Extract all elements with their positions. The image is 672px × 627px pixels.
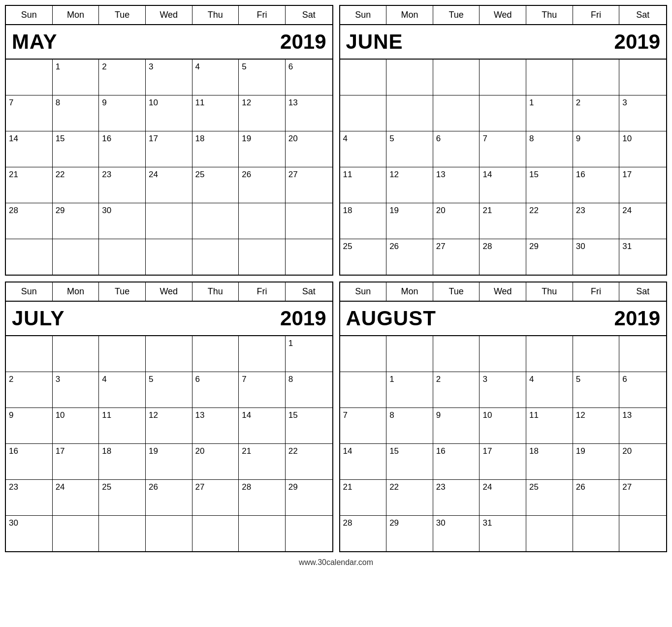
week-row-5 <box>6 239 332 275</box>
day-header-mon: Mon <box>386 282 433 301</box>
week-row-1: 2345678 <box>6 372 332 408</box>
day-29: 29 <box>386 516 433 551</box>
day-5: 5 <box>573 372 620 408</box>
calendar-body: 1234567891011121314151617181920212223242… <box>340 336 667 551</box>
day-16: 16 <box>573 167 620 203</box>
empty-day <box>53 239 99 275</box>
day-30: 30 <box>6 516 53 551</box>
day-17: 17 <box>619 167 666 203</box>
day-1: 1 <box>53 60 99 95</box>
day-23: 23 <box>433 480 480 515</box>
day-11: 11 <box>340 167 387 203</box>
empty-day <box>192 239 239 275</box>
day-header-mon: Mon <box>53 282 99 301</box>
day-19: 19 <box>146 444 192 479</box>
calendar-june-2019: SunMonTueWedThuFriSatJUNE201912345678910… <box>339 5 668 276</box>
day-24: 24 <box>619 203 666 239</box>
empty-day <box>526 516 573 551</box>
calendar-body: 1234567891011121314151617181920212223242… <box>6 336 332 551</box>
week-row-3: 14151617181920 <box>340 443 667 479</box>
empty-day <box>480 60 526 95</box>
day-7: 7 <box>6 95 53 131</box>
day-13: 13 <box>192 408 239 443</box>
day-17: 17 <box>146 131 192 167</box>
empty-day <box>53 336 99 372</box>
week-row-3: 16171819202122 <box>6 443 332 479</box>
empty-day <box>146 336 192 372</box>
day-10: 10 <box>480 408 526 443</box>
calendar-title-row: AUGUST2019 <box>340 302 667 336</box>
day-30: 30 <box>99 203 146 239</box>
day-header-sat: Sat <box>619 6 666 24</box>
day-header-sun: Sun <box>6 282 53 301</box>
day-29: 29 <box>526 239 573 275</box>
week-row-4: 21222324252627 <box>340 479 667 515</box>
day-header-sun: Sun <box>340 282 387 301</box>
week-row-0: 123456 <box>6 60 332 95</box>
day-header-mon: Mon <box>386 6 433 24</box>
day-16: 16 <box>6 444 53 479</box>
day-8: 8 <box>53 95 99 131</box>
empty-day <box>480 95 526 131</box>
day-14: 14 <box>340 444 387 479</box>
calendar-header-row: SunMonTueWedThuFriSat <box>6 282 332 302</box>
day-17: 17 <box>53 444 99 479</box>
day-27: 27 <box>619 480 666 515</box>
empty-day <box>573 516 620 551</box>
empty-day <box>573 60 620 95</box>
calendar-month-title: AUGUST <box>346 307 436 330</box>
empty-day <box>619 60 666 95</box>
day-21: 21 <box>480 203 526 239</box>
day-3: 3 <box>619 95 666 131</box>
day-5: 5 <box>239 60 286 95</box>
day-7: 7 <box>239 372 286 408</box>
day-11: 11 <box>99 408 146 443</box>
day-30: 30 <box>573 239 620 275</box>
day-header-tue: Tue <box>99 6 146 24</box>
day-28: 28 <box>480 239 526 275</box>
day-15: 15 <box>286 408 332 443</box>
day-7: 7 <box>480 131 526 167</box>
day-10: 10 <box>146 95 192 131</box>
day-9: 9 <box>6 408 53 443</box>
day-12: 12 <box>239 95 286 131</box>
day-18: 18 <box>99 444 146 479</box>
day-28: 28 <box>239 480 286 515</box>
day-19: 19 <box>573 444 620 479</box>
empty-day <box>239 239 286 275</box>
day-25: 25 <box>99 480 146 515</box>
empty-day <box>192 516 239 551</box>
day-header-fri: Fri <box>239 282 286 301</box>
week-row-2: 14151617181920 <box>6 131 332 167</box>
day-23: 23 <box>573 203 620 239</box>
day-1: 1 <box>526 95 573 131</box>
day-header-thu: Thu <box>192 6 239 24</box>
empty-day <box>239 336 286 372</box>
empty-day <box>386 95 433 131</box>
empty-day <box>386 60 433 95</box>
day-4: 4 <box>192 60 239 95</box>
day-header-wed: Wed <box>480 6 526 24</box>
empty-day <box>53 516 99 551</box>
day-24: 24 <box>53 480 99 515</box>
calendar-month-title: JUNE <box>346 30 403 54</box>
day-12: 12 <box>146 408 192 443</box>
day-19: 19 <box>239 131 286 167</box>
empty-day <box>6 336 53 372</box>
day-26: 26 <box>146 480 192 515</box>
day-25: 25 <box>340 239 387 275</box>
day-22: 22 <box>526 203 573 239</box>
day-16: 16 <box>99 131 146 167</box>
day-10: 10 <box>53 408 99 443</box>
day-4: 4 <box>526 372 573 408</box>
calendar-year-title: 2019 <box>280 307 326 330</box>
day-26: 26 <box>386 239 433 275</box>
week-row-0: 1 <box>6 336 332 372</box>
day-6: 6 <box>619 372 666 408</box>
empty-day <box>239 516 286 551</box>
empty-day <box>192 336 239 372</box>
empty-day <box>433 60 480 95</box>
day-2: 2 <box>6 372 53 408</box>
calendar-title-row: JULY2019 <box>6 302 332 336</box>
day-header-wed: Wed <box>146 6 192 24</box>
